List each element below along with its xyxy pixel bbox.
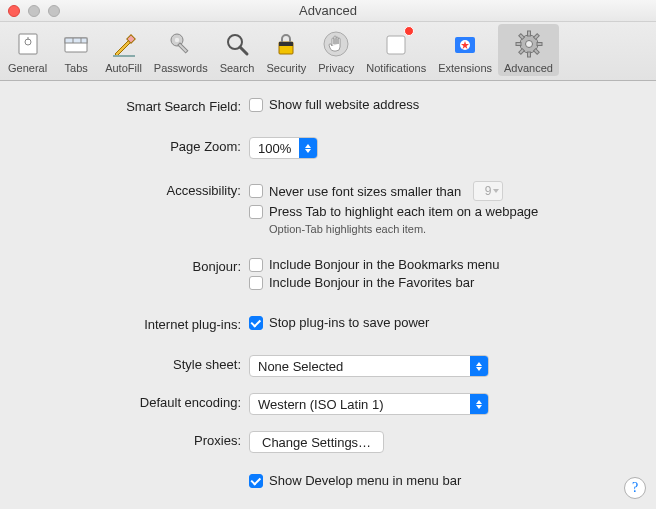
stepper-arrows-icon: [470, 394, 488, 414]
tab-search[interactable]: Search: [214, 24, 261, 76]
svg-rect-28: [518, 34, 524, 40]
autofill-icon: [107, 28, 139, 60]
checkbox-show-full-url[interactable]: [249, 98, 263, 112]
checkbox-label: Press Tab to highlight each item on a we…: [269, 204, 538, 219]
select-value: Western (ISO Latin 1): [250, 397, 391, 412]
svg-point-10: [175, 38, 179, 42]
close-button[interactable]: [8, 5, 20, 17]
preferences-toolbar: General Tabs AutoFill Passwords Search S…: [0, 22, 656, 81]
search-icon: [221, 28, 253, 60]
advanced-pane: Smart Search Field: Show full website ad…: [0, 81, 656, 503]
label-encoding: Default encoding:: [24, 393, 249, 410]
svg-rect-24: [516, 43, 521, 46]
minimize-button[interactable]: [28, 5, 40, 17]
checkbox-label: Show Develop menu in menu bar: [269, 473, 461, 488]
checkbox-press-tab[interactable]: [249, 205, 263, 219]
tab-notifications[interactable]: Notifications: [360, 24, 432, 76]
svg-rect-11: [178, 43, 188, 53]
checkbox-stop-plugins[interactable]: [249, 316, 263, 330]
svg-point-21: [525, 41, 532, 48]
svg-rect-27: [518, 49, 524, 55]
select-value: 100%: [250, 141, 299, 156]
button-label: Change Settings…: [262, 435, 371, 450]
select-page-zoom[interactable]: 100%: [249, 137, 318, 159]
svg-rect-29: [533, 49, 539, 55]
help-button[interactable]: ?: [624, 477, 646, 499]
tab-passwords[interactable]: Passwords: [148, 24, 214, 76]
zoom-button[interactable]: [48, 5, 60, 17]
checkbox-label: Show full website address: [269, 97, 419, 112]
checkbox-label: Stop plug-ins to save power: [269, 315, 429, 330]
button-change-settings[interactable]: Change Settings…: [249, 431, 384, 453]
tab-security[interactable]: Security: [260, 24, 312, 76]
checkbox-label: Never use font sizes smaller than: [269, 184, 461, 199]
label-page-zoom: Page Zoom:: [24, 137, 249, 154]
key-icon: [165, 28, 197, 60]
tab-general[interactable]: General: [2, 24, 53, 76]
tab-label: Advanced: [504, 62, 553, 74]
label-plugins: Internet plug-ins:: [24, 315, 249, 332]
svg-rect-4: [65, 38, 87, 43]
label-accessibility: Accessibility:: [24, 181, 249, 198]
tab-label: Tabs: [65, 62, 88, 74]
tab-label: Extensions: [438, 62, 492, 74]
min-font-size-field[interactable]: 9: [473, 181, 503, 201]
svg-line-13: [240, 47, 247, 54]
svg-rect-17: [387, 36, 405, 54]
svg-rect-2: [27, 37, 28, 40]
label-bonjour: Bonjour:: [24, 257, 249, 274]
tab-label: Security: [266, 62, 306, 74]
numbox-value: 9: [485, 184, 492, 198]
notifications-icon: [380, 28, 412, 60]
tab-label: Passwords: [154, 62, 208, 74]
svg-rect-22: [527, 31, 530, 36]
chevron-down-icon: [493, 189, 499, 193]
tab-label: Notifications: [366, 62, 426, 74]
checkbox-show-develop[interactable]: [249, 474, 263, 488]
help-icon: ?: [632, 480, 638, 496]
tab-advanced[interactable]: Advanced: [498, 24, 559, 76]
stepper-arrows-icon: [299, 138, 317, 158]
tab-label: AutoFill: [105, 62, 142, 74]
tabs-icon: [60, 28, 92, 60]
svg-rect-15: [279, 42, 293, 46]
window-controls: [8, 5, 60, 17]
tab-autofill[interactable]: AutoFill: [99, 24, 148, 76]
select-stylesheet[interactable]: None Selected: [249, 355, 489, 377]
general-icon: [12, 28, 44, 60]
lock-icon: [270, 28, 302, 60]
select-value: None Selected: [250, 359, 351, 374]
label-proxies: Proxies:: [24, 431, 249, 448]
select-encoding[interactable]: Western (ISO Latin 1): [249, 393, 489, 415]
svg-rect-26: [533, 34, 539, 40]
checkbox-bonjour-bookmarks[interactable]: [249, 258, 263, 272]
label-stylesheet: Style sheet:: [24, 355, 249, 372]
tab-tabs[interactable]: Tabs: [53, 24, 99, 76]
checkbox-min-font-size[interactable]: [249, 184, 263, 198]
hand-icon: [320, 28, 352, 60]
checkbox-label: Include Bonjour in the Favorites bar: [269, 275, 474, 290]
gear-icon: [513, 28, 545, 60]
checkbox-bonjour-favorites[interactable]: [249, 276, 263, 290]
tab-label: Search: [220, 62, 255, 74]
tab-label: General: [8, 62, 47, 74]
label-smart-search: Smart Search Field:: [24, 97, 249, 114]
tab-privacy[interactable]: Privacy: [312, 24, 360, 76]
stepper-arrows-icon: [470, 356, 488, 376]
tab-label: Privacy: [318, 62, 354, 74]
hint-option-tab: Option-Tab highlights each item.: [269, 223, 426, 235]
svg-rect-25: [537, 43, 542, 46]
svg-rect-23: [527, 52, 530, 57]
window-title: Advanced: [0, 3, 656, 18]
checkbox-label: Include Bonjour in the Bookmarks menu: [269, 257, 500, 272]
notification-badge: [404, 26, 414, 36]
tab-extensions[interactable]: Extensions: [432, 24, 498, 76]
titlebar: Advanced: [0, 0, 656, 22]
extensions-icon: [449, 28, 481, 60]
